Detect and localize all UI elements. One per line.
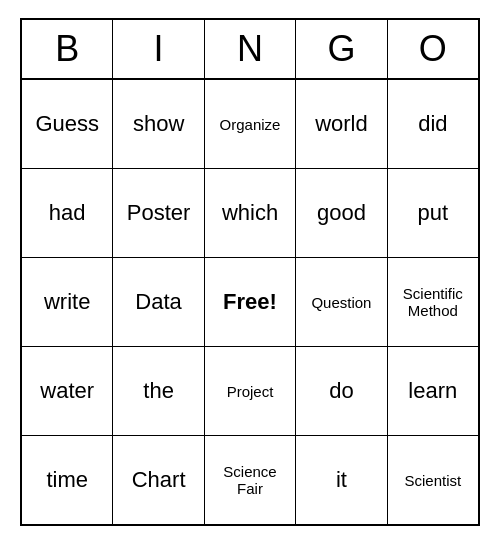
bingo-cell: had [22,169,113,257]
bingo-header: BINGO [22,20,478,80]
bingo-cell: it [296,436,387,524]
bingo-cell: did [388,80,478,168]
bingo-header-letter: O [388,20,478,78]
bingo-row: hadPosterwhichgoodput [22,169,478,258]
bingo-cell: learn [388,347,478,435]
bingo-row: watertheProjectdolearn [22,347,478,436]
bingo-cell: Data [113,258,204,346]
bingo-row: GuessshowOrganizeworlddid [22,80,478,169]
bingo-body: GuessshowOrganizeworlddidhadPosterwhichg… [22,80,478,524]
bingo-cell: the [113,347,204,435]
bingo-cell: time [22,436,113,524]
bingo-cell: Question [296,258,387,346]
bingo-header-letter: G [296,20,387,78]
bingo-cell: Chart [113,436,204,524]
bingo-cell: water [22,347,113,435]
bingo-cell: do [296,347,387,435]
bingo-header-letter: B [22,20,113,78]
bingo-cell: Scientist [388,436,478,524]
bingo-header-letter: N [205,20,296,78]
bingo-row: writeDataFree!QuestionScientific Method [22,258,478,347]
bingo-cell: good [296,169,387,257]
bingo-cell: Project [205,347,296,435]
bingo-card: BINGO GuessshowOrganizeworlddidhadPoster… [20,18,480,526]
bingo-cell: Scientific Method [388,258,478,346]
bingo-cell: Guess [22,80,113,168]
bingo-cell: Organize [205,80,296,168]
bingo-cell: put [388,169,478,257]
bingo-cell: write [22,258,113,346]
bingo-row: timeChartScience FairitScientist [22,436,478,524]
bingo-cell: Science Fair [205,436,296,524]
bingo-cell: show [113,80,204,168]
bingo-header-letter: I [113,20,204,78]
bingo-cell: Free! [205,258,296,346]
bingo-cell: which [205,169,296,257]
bingo-cell: Poster [113,169,204,257]
bingo-cell: world [296,80,387,168]
